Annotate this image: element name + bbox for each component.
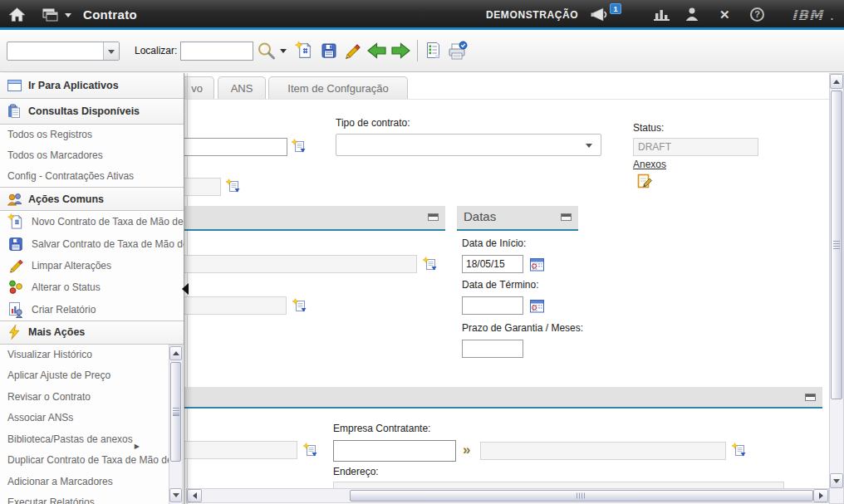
application-title: Contrato [83, 7, 137, 22]
contracting-company-input[interactable] [333, 440, 456, 462]
attachments-icon[interactable] [636, 173, 654, 190]
menu-item-adicionar-a-marcadores[interactable]: Adicionar a Marcadores [0, 472, 168, 493]
end-date-input[interactable] [462, 296, 523, 315]
menu-action-label: Alterar o Status [32, 281, 101, 293]
vertical-scrollbar[interactable] [829, 73, 844, 504]
menu-scroll-up-button[interactable] [169, 346, 182, 360]
collapse-menu-icon[interactable] [182, 283, 189, 295]
chevron-down-icon [833, 479, 840, 483]
query-combobox[interactable] [7, 42, 120, 61]
environment-label: DEMONSTRAÇÃO [486, 9, 578, 21]
search-options-chevron-icon[interactable] [280, 49, 287, 53]
close-icon[interactable]: ✕ [719, 7, 730, 22]
contract-type-dropdown[interactable] [336, 134, 601, 156]
clear-changes-icon [7, 257, 25, 274]
menu-item-todos-os-marcadores[interactable]: Todos os Marcadores [0, 145, 184, 166]
user-profile-icon[interactable] [685, 7, 699, 22]
menu-item-criar-relatorio[interactable]: Criar Relatório [0, 299, 184, 321]
queries-list: Todos os Registros Todos os Marcadores C… [0, 125, 184, 188]
menu-item-visualizar-historico[interactable]: Visualizar Histórico [0, 345, 168, 366]
detail-menu-icon[interactable] [292, 139, 307, 154]
scroll-up-button[interactable] [830, 74, 843, 89]
detail-menu-icon[interactable] [732, 443, 748, 458]
menu-scroll-down-button[interactable] [169, 488, 182, 502]
new-record-icon [7, 213, 25, 231]
menu-item-config-contratacoes-ativas[interactable]: Config - Contratações Ativas [0, 166, 184, 187]
help-icon[interactable]: ? [750, 7, 764, 22]
calendar-icon[interactable] [529, 257, 545, 272]
horizontal-scrollbar-thumb[interactable] [350, 490, 813, 502]
menu-item-salvar-contrato[interactable]: Salvar Contrato de Taxa de Mão de... [0, 232, 184, 254]
minimize-section-icon[interactable] [805, 394, 816, 401]
detail-menu-icon[interactable] [303, 443, 319, 458]
detail-menu-icon[interactable] [226, 179, 242, 194]
chevron-down-icon [173, 493, 179, 497]
start-date-label: Data de Início: [462, 237, 526, 249]
clipboard-icon [7, 104, 22, 119]
ibm-logo-text: IBM [792, 7, 824, 22]
clear-changes-button[interactable] [343, 42, 362, 61]
menu-scrollbar[interactable] [169, 345, 183, 504]
tab-partial-label: vo [191, 82, 203, 95]
announcements-icon[interactable] [590, 7, 611, 22]
detail-menu-icon[interactable] [423, 257, 439, 272]
tab-ans[interactable]: ANS [218, 76, 266, 100]
home-icon[interactable] [8, 7, 26, 22]
toolbar-divider [417, 40, 418, 61]
detail-menu-icon[interactable] [292, 298, 308, 314]
attachments-link[interactable]: Anexos [633, 159, 666, 170]
notification-badge[interactable]: 1 [610, 3, 621, 14]
save-button[interactable] [320, 42, 338, 60]
company-description-field [480, 442, 726, 460]
contracting-company-label: Empresa Contratante: [333, 423, 430, 434]
next-record-button[interactable] [390, 41, 411, 61]
find-label: Localizar: [135, 45, 177, 56]
menu-header-queries[interactable]: Consultas Disponíveis [0, 99, 184, 125]
menu-item-alterar-o-status[interactable]: Alterar o Status [0, 276, 184, 298]
scroll-down-button[interactable] [830, 473, 843, 488]
previous-record-button[interactable] [366, 41, 387, 61]
scroll-right-button[interactable] [813, 489, 828, 502]
section-header-company [133, 387, 822, 409]
scroll-left-button[interactable] [187, 489, 202, 502]
search-icon[interactable] [256, 41, 277, 61]
view-checklist-button[interactable] [424, 41, 443, 60]
menu-header-label: Ir Para Aplicativos [28, 80, 119, 91]
combobox-dropdown-button[interactable] [103, 42, 119, 60]
application-window-icon [7, 79, 22, 92]
menu-header-common-actions: Ações Comuns [0, 188, 184, 211]
create-report-icon [7, 301, 24, 318]
warranty-input[interactable] [462, 340, 523, 358]
find-input[interactable] [180, 42, 253, 61]
reports-chart-icon[interactable] [653, 7, 670, 22]
go-to-detail-icon[interactable]: » [463, 443, 470, 458]
calendar-icon[interactable] [529, 298, 545, 314]
menu-item-executar-relatorios[interactable]: Executar Relatórios [0, 492, 168, 504]
menu-item-todos-os-registros[interactable]: Todos os Registros [0, 125, 184, 145]
tab-ans-label: ANS [231, 82, 253, 95]
vertical-scrollbar-thumb[interactable] [831, 91, 842, 399]
menu-item-aplicar-ajuste-de-preco[interactable]: Aplicar Ajuste de Preço [0, 365, 168, 387]
menu-header-go-to-apps[interactable]: Ir Para Aplicativos [0, 73, 184, 99]
chevron-down-icon[interactable] [65, 13, 71, 17]
menu-item-duplicar-contrato[interactable]: Duplicar Contrato de Taxa de Mão de ... [0, 450, 168, 472]
warranty-label: Prazo de Garantia / Meses: [462, 322, 583, 334]
menu-scrollbar-thumb[interactable] [170, 362, 181, 462]
tab-item-configuracao[interactable]: Item de Confguração [268, 76, 408, 100]
menu-item-limpar-alteracoes[interactable]: Limpar Alterações [0, 255, 184, 276]
menu-item-revisar-o-contrato[interactable]: Revisar o Contrato [0, 387, 168, 409]
menu-item-associar-anss[interactable]: Associar ANSs [0, 408, 168, 429]
applications-menu-icon[interactable] [42, 7, 61, 22]
common-actions-list: Novo Contrato de Taxa de Mão de ... Salv… [0, 211, 184, 321]
menu-header-label: Consultas Disponíveis [28, 105, 140, 117]
new-record-button[interactable] [295, 41, 314, 60]
horizontal-scrollbar[interactable] [186, 488, 829, 503]
menu-action-label: Salvar Contrato de Taxa de Mão de... [32, 238, 184, 250]
menu-item-biblioteca-pastas-de-anexos[interactable]: Biblioteca/Pastas de anexos ▶ [0, 429, 168, 451]
minimize-section-icon[interactable] [428, 213, 439, 221]
start-date-input[interactable] [462, 255, 523, 273]
menu-action-label: Limpar Alterações [32, 260, 111, 272]
minimize-section-icon[interactable] [561, 213, 572, 221]
menu-item-novo-contrato[interactable]: Novo Contrato de Taxa de Mão de ... [0, 211, 184, 232]
print-button[interactable] [447, 41, 468, 61]
